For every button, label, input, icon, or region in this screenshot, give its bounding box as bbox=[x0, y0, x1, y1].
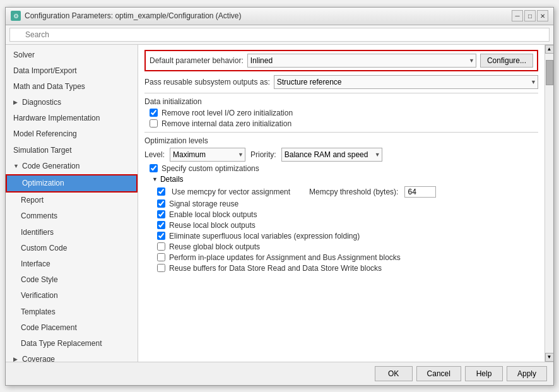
sidebar-item-code-gen[interactable]: ▼ Code Generation bbox=[6, 158, 138, 174]
specify-custom-checkbox[interactable] bbox=[150, 164, 158, 172]
window-controls: ─ □ ✕ bbox=[512, 10, 548, 21]
memcpy-checkbox[interactable] bbox=[157, 187, 165, 196]
signal-storage-checkbox[interactable] bbox=[157, 199, 165, 208]
opt-levels-title: Optimization levels bbox=[144, 136, 538, 145]
reuse-buffers-checkbox[interactable] bbox=[157, 264, 165, 272]
enable-local-checkbox[interactable] bbox=[157, 210, 165, 218]
divider-1 bbox=[144, 93, 538, 93]
remove-root-checkbox[interactable] bbox=[150, 109, 158, 117]
data-init-title: Data initialization bbox=[144, 97, 538, 106]
default-param-label: Default parameter behavior: bbox=[150, 56, 244, 65]
sidebar-item-coverage[interactable]: ▶ Coverage bbox=[6, 352, 138, 361]
pass-reusable-select-wrapper: Structure reference Individual arguments… bbox=[274, 75, 538, 89]
search-input[interactable] bbox=[9, 28, 550, 42]
minimize-button[interactable]: ─ bbox=[512, 10, 523, 21]
remove-internal-row: Remove internal data zero initialization bbox=[150, 119, 538, 128]
apply-button[interactable]: Apply bbox=[507, 366, 547, 381]
main-content: Solver Data Import/Export Math and Data … bbox=[6, 45, 553, 362]
sidebar-item-optimization[interactable]: Optimization bbox=[6, 174, 138, 193]
details-collapse-icon: ▼ bbox=[152, 176, 158, 182]
specify-custom-row: Specify custom optimizations bbox=[150, 164, 538, 173]
vertical-scrollbar[interactable]: ▲ ▼ bbox=[544, 45, 553, 362]
coverage-expand-arrow: ▶ bbox=[13, 355, 20, 361]
sidebar-item-solver[interactable]: Solver bbox=[6, 47, 138, 63]
reuse-buffers-row: Reuse buffers for Data Store Read and Da… bbox=[157, 264, 538, 273]
remove-internal-checkbox[interactable] bbox=[150, 119, 158, 128]
scroll-down-button[interactable]: ▼ bbox=[545, 353, 554, 362]
sidebar-item-data-type-replacement[interactable]: Data Type Replacement bbox=[6, 336, 138, 352]
sidebar-item-templates[interactable]: Templates bbox=[6, 304, 138, 320]
perform-inplace-row: Perform in-place updates for Assignment … bbox=[157, 253, 538, 262]
default-param-select[interactable]: Inlined Tunable None bbox=[247, 54, 476, 68]
maximize-button[interactable]: □ bbox=[524, 10, 536, 21]
memcpy-label: Use memcpy for vector assignment bbox=[172, 187, 290, 196]
sidebar-item-identifiers[interactable]: Identifiers bbox=[6, 225, 138, 241]
sidebar: Solver Data Import/Export Math and Data … bbox=[6, 45, 138, 362]
reuse-local-row: Reuse local block outputs bbox=[157, 221, 538, 230]
scroll-up-button[interactable]: ▲ bbox=[545, 45, 554, 54]
pass-reusable-select[interactable]: Structure reference Individual arguments bbox=[274, 75, 538, 89]
sidebar-item-code-style[interactable]: Code Style bbox=[6, 272, 138, 288]
priority-label: Priority: bbox=[250, 150, 276, 159]
search-wrapper: 🔍 bbox=[9, 28, 550, 42]
app-icon: ⚙ bbox=[11, 11, 21, 21]
right-panel: Default parameter behavior: Inlined Tuna… bbox=[138, 45, 544, 362]
sidebar-item-report[interactable]: Report bbox=[6, 193, 138, 208]
main-window: ⚙ Configuration Parameters: optim_exampl… bbox=[5, 7, 554, 386]
level-label: Level: bbox=[144, 150, 165, 159]
specify-custom-label: Specify custom optimizations bbox=[162, 164, 259, 173]
window-title: Configuration Parameters: optim_example/… bbox=[25, 11, 242, 20]
sidebar-item-math[interactable]: Math and Data Types bbox=[6, 79, 138, 95]
reuse-global-label: Reuse global block outputs bbox=[169, 242, 260, 251]
close-button[interactable]: ✕ bbox=[537, 10, 548, 21]
eliminate-local-row: Eliminate superfluous local variables (e… bbox=[157, 232, 538, 241]
details-header[interactable]: ▼ Details bbox=[152, 175, 538, 184]
level-select[interactable]: Maximum Minimum Custom bbox=[170, 148, 245, 162]
pass-reusable-label: Pass reusable subsystem outputs as: bbox=[144, 78, 270, 86]
level-select-wrapper: Maximum Minimum Custom ▼ bbox=[170, 148, 245, 162]
details-section: ▼ Details Use memcpy for vector assignme… bbox=[152, 175, 538, 273]
sidebar-item-comments[interactable]: Comments bbox=[6, 208, 138, 224]
perform-inplace-label: Perform in-place updates for Assignment … bbox=[169, 253, 401, 262]
memcpy-threshold-input[interactable] bbox=[404, 186, 436, 198]
sidebar-item-model-ref[interactable]: Model Referencing bbox=[6, 126, 138, 142]
perform-inplace-checkbox[interactable] bbox=[157, 253, 165, 261]
sidebar-item-sim-target[interactable]: Simulation Target bbox=[6, 143, 138, 158]
scroll-track[interactable] bbox=[545, 54, 553, 353]
codegen-expand-arrow: ▼ bbox=[13, 162, 20, 170]
sidebar-item-code-placement[interactable]: Code Placement bbox=[6, 320, 138, 336]
scroll-thumb[interactable] bbox=[546, 60, 553, 85]
signal-storage-row: Signal storage reuse bbox=[157, 199, 538, 208]
help-button[interactable]: Help bbox=[465, 366, 503, 381]
sidebar-item-hardware[interactable]: Hardware Implementation bbox=[6, 110, 138, 126]
eliminate-local-label: Eliminate superfluous local variables (e… bbox=[169, 232, 360, 241]
default-param-section: Default parameter behavior: Inlined Tuna… bbox=[144, 50, 538, 71]
memcpy-row: Use memcpy for vector assignment Memcpy … bbox=[157, 186, 538, 198]
remove-internal-label: Remove internal data zero initialization bbox=[162, 119, 291, 128]
signal-storage-label: Signal storage reuse bbox=[169, 199, 238, 208]
reuse-local-checkbox[interactable] bbox=[157, 221, 165, 229]
priority-select[interactable]: Balance RAM and speed Minimize RAM Maxim… bbox=[281, 148, 382, 162]
remove-root-row: Remove root level I/O zero initializatio… bbox=[150, 109, 538, 117]
search-bar: 🔍 bbox=[6, 25, 553, 45]
sidebar-item-verification[interactable]: Verification bbox=[6, 288, 138, 304]
sidebar-item-data-import[interactable]: Data Import/Export bbox=[6, 63, 138, 79]
panel-content: Default parameter behavior: Inlined Tuna… bbox=[138, 45, 544, 362]
opt-levels-row: Level: Maximum Minimum Custom ▼ Priority… bbox=[144, 148, 538, 162]
sidebar-item-diagnostics[interactable]: ▶ Diagnostics bbox=[6, 95, 138, 110]
details-label: Details bbox=[160, 175, 184, 184]
cancel-button[interactable]: Cancel bbox=[416, 366, 461, 381]
sidebar-item-interface[interactable]: Interface bbox=[6, 256, 138, 272]
reuse-buffers-label: Reuse buffers for Data Store Read and Da… bbox=[169, 264, 382, 273]
enable-local-row: Enable local block outputs bbox=[157, 210, 538, 219]
priority-select-wrapper: Balance RAM and speed Minimize RAM Maxim… bbox=[281, 148, 382, 162]
sidebar-item-custom-code[interactable]: Custom Code bbox=[6, 241, 138, 256]
reuse-global-checkbox[interactable] bbox=[157, 242, 165, 251]
configure-button[interactable]: Configure... bbox=[480, 54, 533, 68]
reuse-global-row: Reuse global block outputs bbox=[157, 242, 538, 251]
diagnostics-expand-arrow: ▶ bbox=[13, 98, 20, 107]
ok-button[interactable]: OK bbox=[375, 366, 413, 381]
bottom-bar: OK Cancel Help Apply bbox=[6, 362, 553, 385]
eliminate-local-checkbox[interactable] bbox=[157, 232, 165, 240]
title-bar: ⚙ Configuration Parameters: optim_exampl… bbox=[6, 8, 553, 25]
